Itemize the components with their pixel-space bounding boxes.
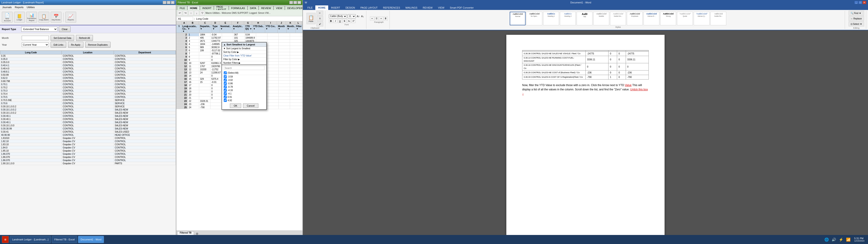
excel-cell[interactable] (301, 90, 303, 93)
excel-cell[interactable] (267, 87, 278, 90)
excel-cell[interactable]: 199 (199, 49, 211, 52)
word-maximize-btn[interactable]: □ (859, 1, 862, 4)
col-f-header[interactable]: F (232, 21, 244, 25)
filter-val-5[interactable]: -4.16 (222, 89, 266, 92)
excel-cell[interactable]: 10 (188, 62, 199, 65)
excel-cell[interactable]: -790 (199, 106, 211, 109)
col-g-header[interactable]: G (244, 21, 252, 25)
excel-cell[interactable]: 0 (211, 74, 222, 78)
tab-file[interactable]: FILE (177, 6, 187, 10)
excel-cell[interactable]: 20 (188, 93, 199, 96)
tab-data[interactable]: DATA (248, 6, 259, 10)
excel-cell[interactable] (278, 46, 290, 49)
excel-cell[interactable] (222, 33, 233, 36)
excel-cell[interactable]: 0.04 (244, 33, 256, 36)
table-row[interactable]: 0.35.0CONTROLCONTROL (0, 58, 176, 61)
excel-cell[interactable]: 0 (211, 96, 222, 100)
format-painter-btn[interactable]: 🖌 (316, 22, 323, 26)
excel-cell[interactable]: -149585 (211, 43, 222, 46)
nominal-hdr[interactable]: Nominal.. ▼ (220, 25, 232, 33)
select-all-row[interactable]: (Select All) (222, 71, 266, 75)
month-input[interactable] (22, 36, 49, 40)
excel-cell[interactable] (222, 36, 233, 39)
word-tab-home[interactable]: HOME (315, 5, 328, 10)
excel-cell[interactable] (199, 93, 211, 96)
excel-cell[interactable]: 2 (188, 36, 199, 39)
excel-cell[interactable] (278, 39, 290, 43)
excel-cell[interactable] (278, 87, 290, 90)
table-row[interactable]: 0.70.5CONTROLCONTROL (0, 96, 176, 99)
excel-cell[interactable] (290, 49, 301, 52)
excel-cell[interactable]: -97796.1 (211, 52, 222, 55)
excel-cell[interactable] (278, 84, 290, 87)
excel-cell[interactable]: 3328.31 (199, 100, 211, 103)
excel-cell[interactable] (211, 100, 222, 103)
ytd-deb-hdr[interactable]: YTD Deb.. ▼ (253, 25, 265, 33)
sort-desc-btn[interactable]: ↓ (194, 11, 199, 16)
style-subtle-em[interactable]: AaBbCcDdSubtle Em... (610, 12, 626, 25)
excel-cell[interactable] (290, 68, 301, 71)
table-row[interactable]: 1.85.10Grapdex CVCONTROL (0, 149, 176, 152)
excel-cell[interactable]: 1346773 (211, 39, 222, 43)
refresh-btn[interactable]: Refresh All (76, 35, 93, 41)
excel-cell[interactable] (278, 43, 290, 46)
table-row[interactable]: 0.48.8.1CONTROLCONTROL (0, 70, 176, 73)
excel-row[interactable]: 211884-0.043670.04 (177, 33, 303, 36)
excel-cell[interactable] (267, 43, 278, 46)
excel-cell[interactable]: 11782.97 (211, 36, 222, 39)
excel-cell[interactable] (301, 52, 303, 55)
align-center-btn[interactable]: ☰ (375, 17, 379, 21)
excel-cell[interactable] (290, 84, 301, 87)
tab-page-layout[interactable]: PAGE LAYOUT (214, 6, 228, 10)
analytic-hdr[interactable]: Analytic.. ▼ (232, 25, 245, 33)
align-right-btn[interactable]: ≡ (379, 17, 383, 21)
excel-cell[interactable]: 495 (199, 36, 211, 39)
set-external-btn[interactable]: Set External Data (51, 35, 74, 41)
excel-cell[interactable] (278, 52, 290, 55)
excel-cell[interactable] (290, 62, 301, 65)
excel-cell[interactable] (290, 39, 301, 43)
excel-cell[interactable] (290, 43, 301, 46)
excel-cell[interactable] (290, 52, 301, 55)
excel-cell[interactable]: 989 (199, 46, 211, 49)
excel-cell[interactable]: 1 (188, 33, 199, 36)
excel-cell[interactable] (256, 36, 267, 39)
excel-cell[interactable]: 5 (188, 46, 199, 49)
ll-maximize-btn[interactable]: □ (167, 1, 170, 4)
sort-color-option[interactable]: Sort by Color ▶ (222, 50, 266, 54)
table-row[interactable]: 0.30.30.99CONTROLSALES-NEW (0, 127, 176, 130)
excel-cell[interactable] (301, 78, 303, 81)
tab-developer[interactable]: DEVELOPER (285, 6, 303, 10)
ytd-cre-hdr[interactable]: YTD Cre.. ▼ (265, 25, 278, 33)
excel-cell[interactable] (278, 90, 290, 93)
excel-cell[interactable] (267, 74, 278, 78)
style-quote[interactable]: "AaBbCcDd"Quote (677, 12, 693, 25)
excel-cell[interactable] (301, 36, 303, 39)
excel-cell[interactable] (301, 103, 303, 106)
excel-cell[interactable]: -0.01 (211, 81, 222, 84)
excel-cell[interactable]: 367 (233, 33, 244, 36)
excel-cell[interactable] (267, 55, 278, 59)
italic-btn[interactable]: I (333, 19, 338, 23)
filter-hdr[interactable]: Filter ▼ (296, 25, 303, 33)
taskbar-icon-2[interactable]: 🔊 (831, 236, 837, 243)
copy-batch-btn[interactable]: 📋 Copy Batch (38, 12, 49, 23)
table-row[interactable]: 1.90.10.1.0.0Grapdex CVPARTS (0, 162, 176, 165)
filter-val-7[interactable]: 0.91 (222, 95, 266, 99)
excel-cell[interactable] (301, 71, 303, 74)
excel-cell[interactable] (199, 84, 211, 87)
excel-cell[interactable] (290, 90, 301, 93)
bold-btn[interactable]: B (329, 19, 333, 23)
excel-cell[interactable] (278, 81, 290, 84)
align-left-btn[interactable]: ≡ (370, 17, 374, 21)
excel-cell[interactable]: 3 (188, 39, 199, 43)
excel-cell[interactable]: -11752 (211, 68, 222, 71)
excel-cell[interactable] (290, 55, 301, 59)
excel-cell[interactable]: 1929780 (211, 65, 222, 68)
excel-cell[interactable]: 194689.9 (244, 36, 256, 39)
excel-cell[interactable]: 0 (211, 87, 222, 90)
type-hdr[interactable]: Type ▼ (212, 25, 220, 33)
reapply-btn[interactable]: Re-Apply (68, 42, 83, 48)
style-strong[interactable]: AaBbCcDdStrong (660, 12, 676, 25)
excel-cell[interactable]: 12 (188, 68, 199, 71)
